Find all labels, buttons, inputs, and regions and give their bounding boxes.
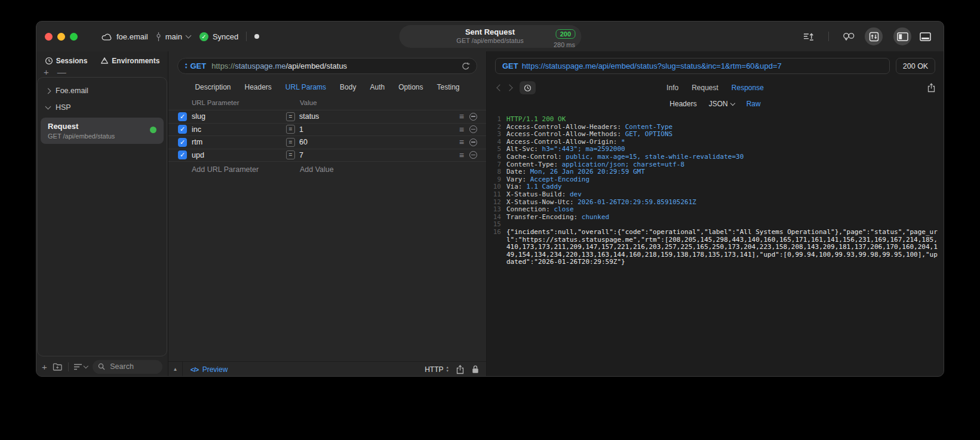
sync-check-icon: ✓ xyxy=(199,32,208,41)
sidebar-tab-label: Sessions xyxy=(56,57,88,65)
remove-session-button[interactable]: — xyxy=(57,67,66,77)
method-selector-icon[interactable]: ▲▼ xyxy=(185,63,187,69)
remove-row-icon[interactable] xyxy=(469,151,477,159)
sent-request-title: Sent Request xyxy=(456,27,523,37)
request-method[interactable]: GET xyxy=(190,61,206,70)
sessions-list: Foe.email HSP Request GET /api/embed/sta… xyxy=(37,77,167,356)
param-value[interactable]: 60 xyxy=(299,138,308,146)
resend-button[interactable] xyxy=(462,62,470,70)
view-tab-raw[interactable]: Raw xyxy=(746,100,761,108)
send-queue-icon xyxy=(803,32,814,41)
add-session-button[interactable]: + xyxy=(44,67,49,77)
request-status-pill[interactable]: Sent Request GET /api/embed/status 200 2… xyxy=(399,25,581,48)
column-header-name: URL Parameter xyxy=(188,99,286,106)
row-options-icon[interactable]: ≡ xyxy=(459,151,464,159)
unsaved-indicator-dot xyxy=(254,34,259,39)
view-tab-json[interactable]: JSON xyxy=(709,100,735,108)
request-item-title: Request xyxy=(48,122,156,131)
request-url-bar[interactable]: ▲▼ GET https://statuspage.me/api/embed/s… xyxy=(177,58,477,74)
url-host[interactable]: statuspage.me xyxy=(235,61,285,70)
request-tab-options[interactable]: Options xyxy=(398,83,423,91)
sort-list-button[interactable] xyxy=(74,364,88,370)
close-window-button[interactable] xyxy=(45,33,53,41)
row-options-icon[interactable]: ≡ xyxy=(459,125,464,134)
add-param-row: Add URL Parameter Add Value xyxy=(168,161,486,177)
sidebar-tab-sessions[interactable]: Sessions xyxy=(45,57,88,65)
screen: foe.email main ✓ Synced Sent Request GET… xyxy=(0,0,980,440)
response-code[interactable]: 1HTTP/1.1 200 OK2Access-Control-Allow-He… xyxy=(487,112,944,377)
app-window: foe.email main ✓ Synced Sent Request GET… xyxy=(36,21,944,377)
zoom-window-button[interactable] xyxy=(70,33,78,41)
toggle-sidebar-button[interactable] xyxy=(893,27,911,45)
check-icon: ✓ xyxy=(180,151,185,159)
preview-button[interactable]: </> Preview xyxy=(191,365,228,374)
param-checkbox[interactable]: ✓ xyxy=(178,125,187,134)
sidebar-search[interactable] xyxy=(93,360,162,374)
protocol-selector[interactable]: HTTP ▲▼ xyxy=(425,365,448,374)
request-tab-description[interactable]: Description xyxy=(195,83,231,91)
minimize-window-button[interactable] xyxy=(57,33,65,41)
check-icon: ✓ xyxy=(180,139,185,146)
param-checkbox[interactable]: ✓ xyxy=(178,150,187,159)
response-tab-request[interactable]: Request xyxy=(692,84,718,92)
sidebar-request-item-selected[interactable]: Request GET /api/embed/status xyxy=(41,118,164,144)
import-export-icon xyxy=(869,32,879,42)
param-checkbox[interactable]: ✓ xyxy=(178,112,187,121)
param-name[interactable]: rtm xyxy=(188,138,286,146)
history-button[interactable] xyxy=(520,81,536,94)
tree-item-hsp[interactable]: HSP xyxy=(38,99,167,116)
column-header-value: Value xyxy=(286,99,456,106)
lock-icon[interactable] xyxy=(472,365,479,374)
request-tab-headers[interactable]: Headers xyxy=(244,83,271,91)
remove-row-icon[interactable] xyxy=(469,139,477,146)
branch-name[interactable]: main xyxy=(165,32,182,41)
back-button[interactable] xyxy=(495,85,505,90)
code-line: 14Transfer-Encoding: chunked xyxy=(487,214,941,221)
tree-item-foe-email[interactable]: Foe.email xyxy=(38,82,167,99)
param-row: ✓ upd = 7 ≡ xyxy=(168,149,486,162)
param-name[interactable]: slug xyxy=(188,112,286,121)
request-queue-button[interactable] xyxy=(800,27,818,45)
add-param-name[interactable]: Add URL Parameter xyxy=(188,165,286,174)
branch-icon xyxy=(156,32,161,41)
response-url-bar[interactable]: GET https://statuspage.me/api/embed/stat… xyxy=(495,58,890,74)
remove-row-icon[interactable] xyxy=(469,113,477,121)
url-scheme[interactable]: https:// xyxy=(211,61,235,70)
sync-status[interactable]: Synced xyxy=(213,32,238,41)
request-tab-url-params[interactable]: URL Params xyxy=(285,83,326,91)
search-input[interactable] xyxy=(109,362,157,371)
view-tab-label: JSON xyxy=(709,100,728,108)
project-name[interactable]: foe.email xyxy=(116,32,148,41)
param-value[interactable]: 7 xyxy=(299,151,303,159)
param-checkbox[interactable]: ✓ xyxy=(178,138,187,147)
response-tab-info[interactable]: Info xyxy=(666,84,678,92)
request-tab-body[interactable]: Body xyxy=(340,83,356,91)
new-folder-button[interactable] xyxy=(53,362,63,371)
param-name[interactable]: inc xyxy=(188,125,286,134)
params-rows: ✓ slug = status ≡ ✓ inc = 1 ≡ ✓ rtm = 60… xyxy=(168,110,486,161)
toggle-bottom-panel-button[interactable] xyxy=(916,27,934,45)
sidebar-tab-environments[interactable]: Environments xyxy=(100,57,159,65)
row-options-icon[interactable]: ≡ xyxy=(459,112,464,121)
param-value[interactable]: status xyxy=(299,112,319,121)
response-tab-response[interactable]: Response xyxy=(732,84,764,92)
import-export-button[interactable] xyxy=(865,27,883,45)
add-param-value[interactable]: Add Value xyxy=(286,165,456,174)
view-tab-headers[interactable]: Headers xyxy=(669,100,696,108)
request-tab-auth[interactable]: Auth xyxy=(370,83,385,91)
new-request-button[interactable]: + xyxy=(42,362,47,372)
remove-row-icon[interactable] xyxy=(469,125,477,133)
request-tab-testing[interactable]: Testing xyxy=(437,83,460,91)
share-button[interactable] xyxy=(456,365,464,374)
branch-chevron-down-icon[interactable] xyxy=(185,33,191,39)
param-value[interactable]: 1 xyxy=(299,125,303,134)
sync-loop-button[interactable] xyxy=(840,27,858,45)
forward-button[interactable] xyxy=(505,85,514,90)
expand-panel-button[interactable]: ▲ xyxy=(168,362,183,377)
line-number: 13 xyxy=(487,206,506,214)
param-name[interactable]: upd xyxy=(188,151,286,159)
url-path[interactable]: /api/embed/status xyxy=(286,61,348,70)
export-response-button[interactable] xyxy=(927,83,935,93)
param-row: ✓ slug = status ≡ xyxy=(168,110,486,123)
row-options-icon[interactable]: ≡ xyxy=(459,138,464,146)
